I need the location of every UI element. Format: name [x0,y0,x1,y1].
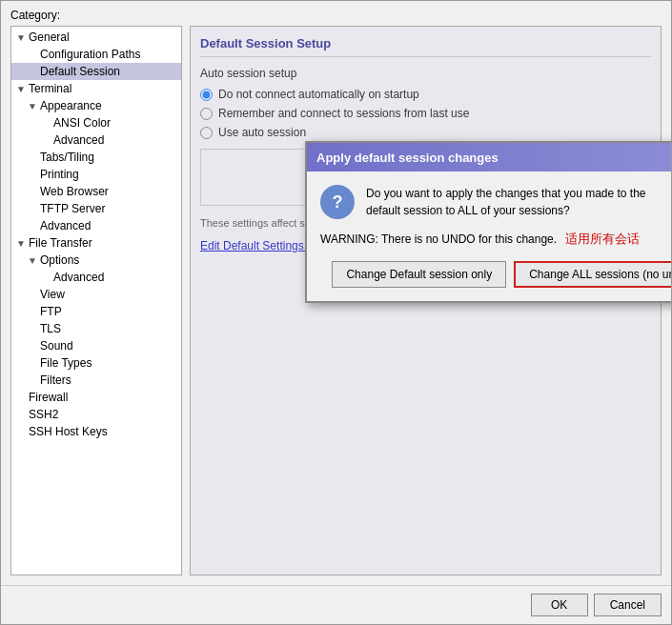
expand-icon-options: ▼ [27,255,38,266]
sidebar-item-sound[interactable]: Sound [11,337,181,354]
sidebar-item-appearance[interactable]: ▼ Appearance [11,97,181,114]
dialog: Apply default session changes ✕ ? Do you… [305,141,671,303]
sidebar-item-firewall[interactable]: Firewall [11,389,181,406]
sidebar-item-ssh2[interactable]: SSH2 [11,406,181,423]
category-label: Category: [1,1,671,26]
main-window: Category: ▼ General Configuration Paths … [0,0,672,625]
sidebar-item-advanced-terminal[interactable]: Advanced [11,217,181,234]
ok-button[interactable]: OK [531,594,588,616]
sidebar-item-advanced-options[interactable]: Advanced [11,269,181,286]
sidebar-item-file-types[interactable]: File Types [11,354,181,372]
sidebar-item-filters[interactable]: Filters [11,372,181,389]
dialog-titlebar: Apply default session changes ✕ [307,143,671,171]
sidebar-item-file-transfer[interactable]: ▼ File Transfer [11,234,181,252]
dialog-message-text: Do you want to apply the changes that yo… [366,185,646,219]
sidebar-item-view[interactable]: View [11,286,181,303]
dialog-buttons: Change Default session only Change ALL s… [320,261,671,288]
sidebar-item-printing[interactable]: Printing [11,166,181,183]
dialog-warning-chinese: 适用所有会话 [565,232,640,246]
sidebar-item-ssh-host-keys[interactable]: SSH Host Keys [11,423,181,440]
expand-icon-general: ▼ [15,32,27,43]
dialog-overlay: Apply default session changes ✕ ? Do you… [191,27,661,575]
dialog-title: Apply default session changes [316,151,499,165]
right-panel: Default Session Setup Auto session setup… [190,26,662,575]
sidebar-tree: ▼ General Configuration Paths Default Se… [10,26,182,575]
sidebar-item-web-browser[interactable]: Web Browser [11,183,181,200]
expand-icon-file-transfer: ▼ [15,238,27,249]
sidebar-item-default-session[interactable]: Default Session [11,63,181,80]
sidebar-item-tls[interactable]: TLS [11,320,181,337]
content-area: ▼ General Configuration Paths Default Se… [1,26,671,585]
sidebar-item-ansi-color[interactable]: ANSI Color [11,114,181,131]
dialog-body: ? Do you want to apply the changes that … [307,171,671,301]
sidebar-item-config-paths[interactable]: Configuration Paths [11,46,181,63]
dialog-message-row: ? Do you want to apply the changes that … [320,185,671,219]
expand-icon-appearance: ▼ [27,101,38,111]
change-all-sessions-button[interactable]: Change ALL sessions (no undo) [514,261,671,288]
dialog-question-icon: ? [320,185,355,219]
sidebar-item-ftp[interactable]: FTP [11,303,181,320]
sidebar-item-advanced-appearance[interactable]: Advanced [11,131,181,149]
sidebar-item-general[interactable]: ▼ General [11,29,181,46]
bottom-bar: OK Cancel [1,585,671,624]
expand-icon-terminal: ▼ [15,84,27,94]
dialog-warning-text: WARNING: There is no UNDO for this chang… [320,231,671,248]
sidebar-item-tabs-tiling[interactable]: Tabs/Tiling [11,149,181,166]
sidebar-item-terminal[interactable]: ▼ Terminal [11,80,181,97]
cancel-button[interactable]: Cancel [594,594,662,616]
sidebar-item-tftp-server[interactable]: TFTP Server [11,200,181,217]
sidebar-item-options[interactable]: ▼ Options [11,252,181,269]
change-default-session-button[interactable]: Change Default session only [332,261,506,288]
